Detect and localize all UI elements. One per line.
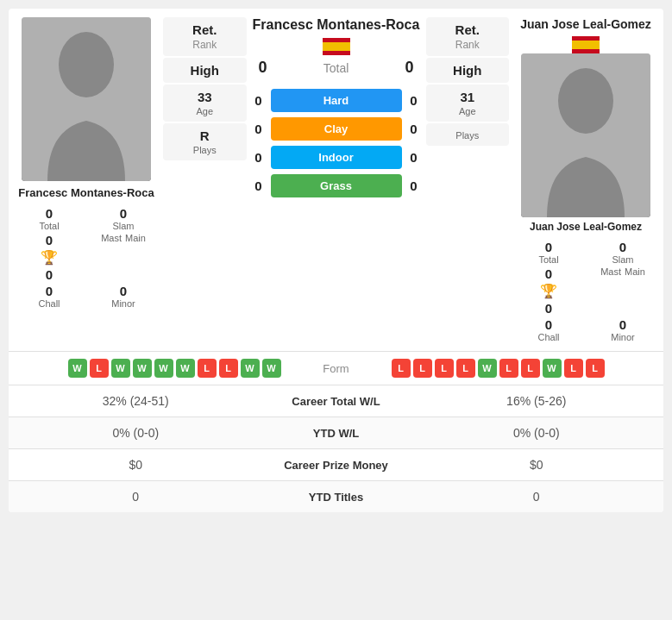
indoor-right: 0 bbox=[405, 150, 423, 165]
left-high-box: High bbox=[163, 58, 247, 83]
right-rank-label: Rank bbox=[455, 39, 480, 51]
right-rank-value: Ret. bbox=[455, 22, 480, 37]
player-left-avatar bbox=[22, 17, 151, 181]
form-badge-right: L bbox=[586, 359, 605, 378]
form-badge-left: W bbox=[154, 359, 173, 378]
right-main-label: Main bbox=[625, 266, 645, 277]
total-left-num: 0 bbox=[250, 59, 276, 77]
mast-label: Mast bbox=[101, 233, 122, 243]
right-high-box: High bbox=[426, 58, 510, 83]
left-plays-label: Plays bbox=[193, 145, 217, 155]
right-slam-label: Slam bbox=[612, 254, 633, 265]
stat-main-label: Main bbox=[125, 233, 146, 282]
player-left: Francesc Montanes-Roca 0 Total 0 Slam 0 … bbox=[13, 17, 160, 342]
svg-point-1 bbox=[59, 32, 114, 97]
stat-right-total: 0 Total bbox=[512, 240, 585, 265]
left-plays-value: R bbox=[200, 128, 210, 143]
stats-center-label: Career Prize Money bbox=[250, 459, 423, 472]
left-rank-label: Rank bbox=[192, 39, 217, 51]
indoor-row: 0 Indoor 0 bbox=[250, 146, 423, 169]
trophy-icon-right: 🏆 bbox=[540, 283, 557, 299]
right-high-value: High bbox=[453, 63, 481, 78]
indoor-button[interactable]: Indoor bbox=[271, 146, 402, 169]
chall-label: Chall bbox=[38, 298, 60, 309]
stats-center-label: YTD Titles bbox=[250, 491, 423, 504]
surface-buttons: 0 Hard 0 0 Clay 0 0 Indoor 0 0 Grass bbox=[250, 89, 423, 197]
form-badge-right: L bbox=[456, 359, 475, 378]
stat-right-minor: 0 Minor bbox=[587, 317, 659, 342]
mast-value: 0 bbox=[46, 233, 53, 247]
right-mast-label: Mast bbox=[600, 266, 621, 277]
stat-minor: 0 Minor bbox=[87, 284, 160, 309]
grass-button[interactable]: Grass bbox=[271, 174, 402, 197]
main-value: 0 bbox=[46, 267, 53, 282]
right-main-value: 0 bbox=[545, 301, 552, 316]
stats-right-value: $0 bbox=[423, 458, 651, 472]
left-rank-value: Ret. bbox=[192, 22, 217, 37]
left-flag-row bbox=[323, 38, 350, 55]
form-badge-right: L bbox=[435, 359, 454, 378]
stats-right-value: 0 bbox=[423, 490, 651, 504]
form-badge-right: L bbox=[521, 359, 540, 378]
form-badge-right: L bbox=[392, 359, 411, 378]
right-total-value: 0 bbox=[545, 240, 552, 254]
stats-right-value: 16% (5-26) bbox=[423, 394, 651, 408]
total-row: 0 Total 0 bbox=[250, 55, 423, 80]
grass-row: 0 Grass 0 bbox=[250, 174, 423, 197]
hard-right: 0 bbox=[405, 93, 423, 108]
right-header-name: Juan Jose Leal-Gomez bbox=[520, 17, 651, 31]
grass-right: 0 bbox=[405, 178, 423, 193]
stats-right-value: 0% (0-0) bbox=[423, 426, 651, 440]
left-plays-box: R Plays bbox=[163, 123, 247, 160]
total-value: 0 bbox=[46, 206, 53, 221]
right-rank-box: Ret. Rank bbox=[426, 17, 510, 56]
stat-right-slam: 0 Slam bbox=[587, 240, 659, 265]
form-section: WLWWWWLLWW Form LLLLWLLWLL bbox=[9, 351, 663, 385]
player-section: Francesc Montanes-Roca 0 Total 0 Slam 0 … bbox=[9, 9, 663, 351]
left-age-value: 33 bbox=[198, 90, 212, 104]
chall-value: 0 bbox=[46, 284, 53, 298]
stat-mast-label: Mast bbox=[101, 233, 122, 282]
player-right-name: Juan Jose Leal-Gomez bbox=[530, 221, 642, 233]
form-badge-right: L bbox=[499, 359, 518, 378]
stats-left-value: 0 bbox=[22, 490, 250, 504]
form-badge-left: L bbox=[90, 359, 109, 378]
stats-center-label: YTD W/L bbox=[250, 427, 423, 440]
player-right-stats: 0 Total 0 Slam 0 🏆 0 Mast Ma bbox=[512, 240, 659, 342]
right-flag-icon bbox=[572, 36, 600, 53]
main-label: Main bbox=[125, 233, 146, 243]
stats-rows: 32% (24-51)Career Total W/L16% (5-26)0% … bbox=[9, 385, 663, 512]
form-badges-right: LLLLWLLWLL bbox=[392, 359, 656, 378]
form-badge-right: L bbox=[564, 359, 583, 378]
clay-button[interactable]: Clay bbox=[271, 117, 402, 141]
svg-point-7 bbox=[558, 68, 613, 134]
stats-left-value: 0% (0-0) bbox=[22, 426, 250, 440]
form-badge-right: L bbox=[413, 359, 432, 378]
grass-left: 0 bbox=[250, 178, 267, 193]
form-label: Form bbox=[285, 362, 388, 375]
right-chall-value: 0 bbox=[545, 317, 552, 332]
left-age-box: 33 Age bbox=[163, 85, 247, 122]
player-left-name: Francesc Montanes-Roca bbox=[18, 186, 154, 199]
stats-row: 0YTD Titles0 bbox=[9, 480, 663, 512]
stats-row: 0% (0-0)YTD W/L0% (0-0) bbox=[9, 416, 663, 448]
left-flag-icon bbox=[323, 38, 350, 55]
hard-left: 0 bbox=[250, 93, 267, 108]
stats-left-value: 32% (24-51) bbox=[22, 394, 250, 408]
player-left-stats: 0 Total 0 Slam 0 🏆 0 Mast Ma bbox=[13, 206, 160, 309]
form-badge-left: W bbox=[262, 359, 281, 378]
right-mast-value: 0 bbox=[545, 266, 552, 281]
form-badge-left: L bbox=[198, 359, 217, 378]
total-label: Total bbox=[39, 221, 59, 231]
hard-button[interactable]: Hard bbox=[271, 89, 402, 112]
left-middle-panel: Ret. Rank High 33 Age R Plays bbox=[163, 17, 247, 342]
player-right-avatar bbox=[521, 53, 650, 217]
form-badge-left: L bbox=[219, 359, 238, 378]
form-badge-left: W bbox=[176, 359, 195, 378]
right-total-label: Total bbox=[538, 254, 558, 265]
hard-row: 0 Hard 0 bbox=[250, 89, 423, 112]
left-age-label: Age bbox=[196, 106, 213, 116]
stat-chall: 0 Chall bbox=[13, 284, 85, 309]
total-right-num: 0 bbox=[396, 59, 422, 77]
form-badge-right: W bbox=[478, 359, 497, 378]
